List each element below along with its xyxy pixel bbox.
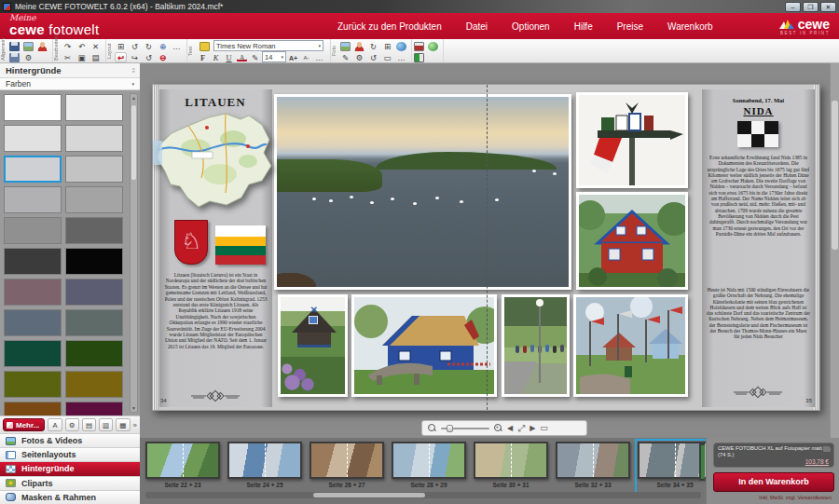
user-profile-icon[interactable] — [36, 41, 48, 51]
color-swatch-18[interactable] — [4, 371, 62, 398]
page-thumbnail-image[interactable] — [638, 442, 706, 479]
increase-font-button[interactable]: A+ — [287, 52, 299, 62]
right-page-paragraph-1[interactable]: Erste urkundliche Erwähnung fand Nida 13… — [707, 155, 810, 237]
color-swatch-8[interactable] — [4, 217, 62, 244]
lithuania-coat-of-arms[interactable]: ♘ — [174, 220, 208, 265]
add-to-cart-button[interactable]: In den Warenkorb — [713, 472, 834, 492]
add-page-icon[interactable]: ⊕ — [157, 41, 169, 51]
view-grid-button[interactable]: ▦ — [116, 418, 130, 431]
more-backgrounds-button[interactable]: Mehr... — [3, 418, 45, 431]
page-thumbnail-partial[interactable] — [699, 443, 705, 481]
page-thumbnail-2[interactable]: Seite 26 + 27 — [309, 442, 384, 496]
color-swatch-5[interactable] — [65, 156, 123, 183]
close-button[interactable]: ✕ — [820, 2, 836, 12]
color-swatch-3[interactable] — [65, 125, 123, 152]
page-thumbnail-image[interactable] — [474, 442, 548, 479]
redo-layout-icon[interactable]: ↪ — [129, 52, 141, 62]
left-page-body-text[interactable]: Litauen (litauisch Lietuva) ist ein Staa… — [164, 272, 268, 349]
photo-lagoon-swans[interactable] — [274, 94, 571, 290]
photo-blue-house-boat[interactable] — [351, 294, 497, 397]
color-swatch-10[interactable] — [4, 248, 62, 275]
sidebar-tab-3[interactable]: Cliparts — [0, 476, 140, 490]
right-page-paragraph-2[interactable]: Heute ist Nida mit 1500 ständigen Einwoh… — [707, 287, 810, 340]
color-swatch-7[interactable] — [65, 186, 123, 213]
edit-photo-icon[interactable]: ✎ — [339, 52, 351, 62]
nida-flag-image[interactable] — [737, 121, 778, 147]
right-page-date[interactable]: Sonnabend, 17. Mai — [707, 97, 810, 103]
font-color-button[interactable]: A — [236, 52, 248, 62]
italic-button[interactable]: K — [210, 52, 222, 62]
color-swatch-12[interactable] — [4, 279, 62, 306]
page-thumbnail-5[interactable]: Seite 32 + 33 — [556, 442, 630, 496]
category-dropdown[interactable]: Farben ▾ — [0, 78, 140, 90]
grid-layout-icon[interactable]: ⊞ — [115, 41, 127, 51]
photo-red-house[interactable] — [576, 192, 688, 290]
menu-item-3[interactable]: Hilfe — [574, 21, 593, 32]
page-thumbnail-image[interactable] — [392, 442, 466, 479]
color-swatch-16[interactable] — [4, 340, 62, 367]
page-thumbnail-image[interactable] — [309, 442, 384, 479]
open-project-icon[interactable] — [22, 41, 34, 51]
spellcheck-icon[interactable] — [199, 41, 211, 51]
canvas-scrollbar-thumb[interactable] — [832, 101, 838, 250]
zoom-slider[interactable] — [441, 428, 489, 429]
color-swatch-11[interactable] — [65, 248, 123, 275]
swatch-scrollbar[interactable]: ▲ ▼ — [130, 93, 138, 413]
lithuania-flag-image[interactable] — [215, 225, 266, 265]
web-photos-icon[interactable] — [395, 41, 407, 51]
scroll-up-icon[interactable]: ▲ — [131, 95, 137, 101]
menu-item-1[interactable]: Datei — [466, 21, 488, 32]
lithuania-map-image[interactable] — [151, 103, 282, 221]
color-swatch-1[interactable] — [65, 94, 123, 121]
filmstrip-scrollbar-thumb[interactable] — [313, 493, 425, 497]
sidebar-tab-0[interactable]: Fotos & Videos — [0, 433, 140, 447]
font-size-select[interactable]: 14 ▾ — [262, 51, 286, 62]
print-icon[interactable] — [413, 41, 425, 51]
previous-page-button[interactable]: ◀ — [507, 425, 513, 432]
canvas-scrollbar[interactable] — [830, 63, 839, 438]
zoom-in-icon[interactable]: + — [494, 424, 502, 432]
photo-weather-vane[interactable] — [576, 92, 688, 188]
undo-layout-icon[interactable]: ↩ — [115, 52, 127, 62]
page-thumbnail-1[interactable]: Seite 24 + 25 — [227, 442, 302, 496]
scrollbar-thumb[interactable] — [131, 105, 136, 180]
page-thumbnail-3[interactable]: Seite 28 + 29 — [392, 442, 466, 496]
book-view-icon[interactable]: ▭ — [381, 52, 393, 62]
panel-grip-icon[interactable]: ⁞⁞ — [132, 66, 134, 75]
zoom-slider-knob[interactable] — [447, 425, 453, 432]
color-swatch-19[interactable] — [65, 371, 123, 398]
search-text-button[interactable]: A — [48, 418, 62, 431]
view-double-button[interactable]: ▥ — [99, 418, 113, 431]
color-swatch-15[interactable] — [65, 309, 123, 336]
price-link[interactable]: 103,78 € — [805, 458, 829, 465]
page-thumbnail-image[interactable] — [145, 442, 220, 479]
fit-view-button[interactable]: ⤢ — [517, 424, 525, 433]
color-swatch-6[interactable] — [4, 186, 62, 213]
photobook-spread[interactable]: LITAUEN ♘ Litauen (litauisch Lietuva) is… — [152, 84, 820, 411]
photo-people-walking[interactable] — [502, 294, 570, 397]
history-icon[interactable]: ↺ — [143, 52, 155, 62]
remove-image-icon[interactable]: ⊖ — [157, 52, 169, 62]
scroll-down-icon[interactable]: ▼ — [131, 405, 137, 411]
color-swatch-0[interactable] — [4, 94, 62, 121]
save-as-icon[interactable] — [8, 52, 21, 62]
font-family-select[interactable]: Times New Roman ▾ — [213, 40, 323, 51]
product-price-box[interactable]: CEWE FOTOBUCH XL auf Fotopapier matt (74… — [713, 443, 834, 468]
online-globe-icon[interactable] — [427, 41, 439, 51]
bold-button[interactable]: F — [197, 52, 209, 62]
page-thumbnail-4[interactable]: Seite 30 + 31 — [474, 442, 548, 496]
panel-view-icon[interactable]: ⊞ — [381, 41, 393, 51]
sidebar-tab-1[interactable]: Seitenlayouts — [0, 447, 140, 461]
menu-item-5[interactable]: Warenkorb — [667, 21, 713, 32]
underline-button[interactable]: U — [223, 52, 235, 62]
filmstrip-scrollbar[interactable] — [145, 492, 701, 498]
save-icon[interactable] — [8, 41, 21, 51]
people-icon[interactable] — [353, 41, 365, 51]
color-swatch-4[interactable] — [4, 156, 62, 183]
text-more-icon[interactable]: … — [313, 52, 325, 62]
color-swatch-14[interactable] — [4, 309, 62, 336]
color-swatch-2[interactable] — [4, 125, 62, 152]
right-page-column[interactable]: Sonnabend, 17. Mai NIDA Erste urkundlich… — [702, 89, 815, 407]
exit-icon[interactable] — [413, 52, 425, 62]
color-swatch-20[interactable] — [4, 402, 62, 415]
